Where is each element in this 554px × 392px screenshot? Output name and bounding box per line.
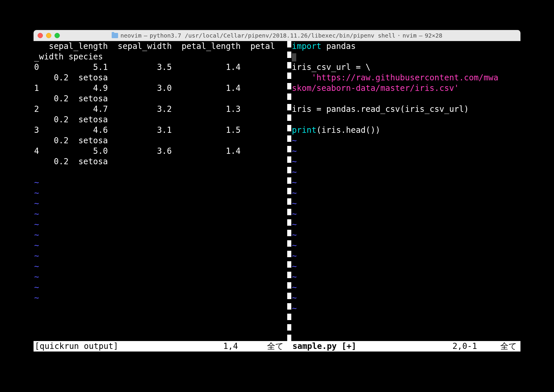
- left-scroll-percent: 全て: [267, 341, 284, 352]
- empty-line-tilde: ~: [34, 230, 287, 240]
- empty-line-tilde: ~: [292, 272, 520, 282]
- empty-line-tilde: ~: [292, 188, 520, 198]
- command-line[interactable]: [34, 352, 520, 362]
- empty-line-tilde: ~: [292, 230, 520, 240]
- empty-line-tilde: ~: [34, 188, 287, 198]
- output-line: 0.2 setosa: [34, 93, 287, 104]
- empty-line-tilde: ~: [292, 209, 520, 219]
- empty-line-tilde: ~: [34, 272, 287, 282]
- output-line: 1 4.9 3.0 1.4: [34, 83, 287, 93]
- close-window-button[interactable]: [38, 33, 43, 38]
- empty-line-tilde: ~: [292, 198, 520, 209]
- left-cursor-position: 1,4: [223, 341, 238, 352]
- empty-line-tilde: ~: [292, 251, 520, 261]
- terminal-window: neovim — python3.7 /usr/local/Cellar/pip…: [34, 30, 520, 362]
- empty-line-tilde: ~: [292, 167, 520, 177]
- zoom-window-button[interactable]: [55, 33, 60, 38]
- empty-line-tilde: ~: [34, 251, 287, 261]
- code-line: [292, 114, 520, 125]
- title-app: nvim: [403, 32, 417, 39]
- empty-line-tilde: ~: [292, 240, 520, 251]
- output-line: _width species: [34, 52, 287, 62]
- empty-line-tilde: ~: [34, 293, 287, 303]
- output-line: 0 5.1 3.5 1.4: [34, 62, 287, 73]
- right-pane-content: import pandasiris_csv_url = \ 'https://r…: [291, 41, 520, 341]
- empty-line-tilde: ~: [292, 282, 520, 293]
- right-scroll-percent: 全て: [500, 341, 517, 352]
- title-dims-sep: —: [419, 32, 422, 39]
- output-line: 2 4.7 3.2 1.3: [34, 104, 287, 114]
- empty-line-tilde: ~: [34, 282, 287, 293]
- title-process: python3.7 /usr/local/Cellar/pipenv/2018.…: [150, 32, 395, 39]
- status-right: sample.py [+] 2,0-1 全て: [287, 341, 520, 352]
- empty-line-tilde: ~: [34, 219, 287, 230]
- code-line: iris_csv_url = \: [292, 62, 520, 73]
- traffic-lights: [38, 33, 60, 38]
- code-line: iris = pandas.read_csv(iris_csv_url): [292, 104, 520, 114]
- output-line: 4 5.0 3.6 1.4: [34, 146, 287, 156]
- code-line: skom/seaborn-data/master/iris.csv': [292, 83, 520, 93]
- panes-container: sepal_length sepal_width petal_length pe…: [34, 41, 520, 341]
- output-line: sepal_length sepal_width petal_length pe…: [34, 41, 287, 52]
- code-line: print(iris.head()): [292, 125, 520, 135]
- folder-icon: [112, 33, 118, 38]
- left-pane[interactable]: sepal_length sepal_width petal_length pe…: [34, 41, 287, 341]
- empty-line-tilde: ~: [292, 261, 520, 272]
- output-line: [34, 167, 287, 177]
- code-line: [292, 52, 520, 62]
- code-line: 'https://raw.githubusercontent.com/mwa: [292, 73, 520, 83]
- code-line: [292, 93, 520, 104]
- window-title: neovim — python3.7 /usr/local/Cellar/pip…: [112, 32, 442, 39]
- empty-line-tilde: ~: [292, 135, 520, 146]
- terminal-body: sepal_length sepal_width petal_length pe…: [34, 41, 520, 362]
- code-line: import pandas: [292, 41, 520, 52]
- empty-line-tilde: ~: [34, 240, 287, 251]
- titlebar: neovim — python3.7 /usr/local/Cellar/pip…: [34, 30, 520, 41]
- output-line: 0.2 setosa: [34, 114, 287, 125]
- cursor: [292, 53, 296, 61]
- output-line: 0.2 setosa: [34, 73, 287, 83]
- empty-line-tilde: ~: [34, 209, 287, 219]
- empty-line-tilde: ~: [292, 219, 520, 230]
- output-line: 0.2 setosa: [34, 156, 287, 167]
- empty-line-tilde: ~: [292, 293, 520, 303]
- output-line: 3 4.6 3.1 1.5: [34, 125, 287, 135]
- right-buffer-name: sample.py [+]: [292, 341, 356, 352]
- empty-line-tilde: ~: [292, 177, 520, 188]
- right-pane[interactable]: import pandasiris_csv_url = \ 'https://r…: [291, 41, 520, 341]
- statusbar: [quickrun output] 1,4 全て sample.py [+] 2…: [34, 341, 520, 352]
- title-size: 92×28: [425, 32, 442, 39]
- vertical-split-divider[interactable]: [287, 41, 291, 341]
- status-left: [quickrun output] 1,4 全て: [34, 341, 287, 352]
- empty-line-tilde: ~: [34, 198, 287, 209]
- empty-line-tilde: ~: [292, 303, 520, 314]
- title-sep: —: [144, 32, 147, 39]
- title-folder-name: neovim: [120, 32, 141, 39]
- right-cursor-position: 2,0-1: [453, 341, 477, 352]
- empty-line-tilde: ~: [292, 146, 520, 156]
- left-pane-content: sepal_length sepal_width petal_length pe…: [34, 41, 287, 341]
- minimize-window-button[interactable]: [46, 33, 51, 38]
- output-line: 0.2 setosa: [34, 135, 287, 146]
- empty-line-tilde: ~: [34, 177, 287, 188]
- empty-line-tilde: ~: [292, 156, 520, 167]
- title-arrow: ‣: [398, 33, 400, 38]
- empty-line-tilde: ~: [34, 261, 287, 272]
- left-buffer-name: [quickrun output]: [35, 341, 118, 352]
